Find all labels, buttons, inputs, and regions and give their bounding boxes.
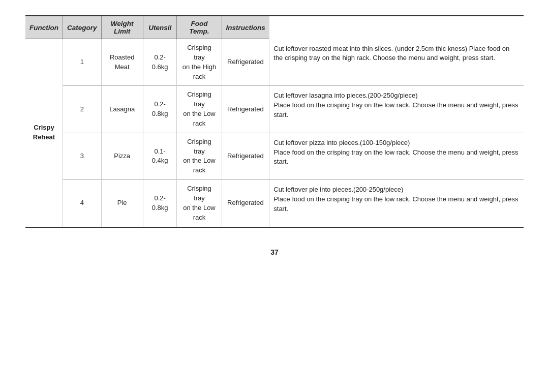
table-row: 3 Pizza 0.1-0.4kg Crisping trayon the Lo… bbox=[25, 133, 524, 179]
cell-weight-3: 0.1-0.4kg bbox=[143, 133, 177, 179]
cell-number-4: 4 bbox=[63, 180, 102, 227]
cell-category-1: Roasted Meat bbox=[101, 39, 143, 86]
header-instructions: Instructions bbox=[222, 16, 269, 39]
table-header-row: Function Category Weight Limit Utensil F… bbox=[25, 16, 524, 39]
cell-utensil-2: Crisping trayon the Low rack bbox=[177, 86, 222, 133]
cell-weight-2: 0.2-0.8kg bbox=[143, 86, 177, 133]
cell-category-2: Lasagna bbox=[101, 86, 143, 133]
cell-instructions-4: Cut leftover pie into pieces.(200-250g/p… bbox=[269, 180, 524, 227]
cell-utensil-3: Crisping trayon the Low rack bbox=[177, 133, 222, 179]
cell-weight-4: 0.2-0.8kg bbox=[143, 180, 177, 227]
cell-category-3: Pizza bbox=[101, 133, 143, 179]
cooking-guide-table: Function Category Weight Limit Utensil F… bbox=[25, 15, 524, 228]
cell-foodtemp-1: Refrigerated bbox=[222, 39, 269, 86]
cell-instructions-1: Cut leftover roasted meat into thin slic… bbox=[269, 39, 524, 86]
cell-instructions-2: Cut leftover lasagna into pieces.(200-25… bbox=[269, 86, 524, 133]
cell-weight-1: 0.2-0.6kg bbox=[143, 39, 177, 86]
cell-foodtemp-2: Refrigerated bbox=[222, 86, 269, 133]
cell-number-3: 3 bbox=[63, 133, 102, 179]
cell-category-4: Pie bbox=[101, 180, 143, 227]
page-number: 37 bbox=[270, 248, 279, 256]
cell-utensil-1: Crisping trayon the High rack bbox=[177, 39, 222, 86]
cell-function: CrispyReheat bbox=[25, 39, 63, 227]
header-food-temp: Food Temp. bbox=[177, 16, 222, 39]
cell-foodtemp-3: Refrigerated bbox=[222, 133, 269, 179]
cell-number-1: 1 bbox=[63, 39, 102, 86]
header-function: Function bbox=[25, 16, 63, 39]
header-category: Category bbox=[63, 16, 102, 39]
header-utensil: Utensil bbox=[143, 16, 177, 39]
cell-utensil-4: Crisping trayon the Low rack bbox=[177, 180, 222, 227]
cell-number-2: 2 bbox=[63, 86, 102, 133]
table-row: CrispyReheat 1 Roasted Meat 0.2-0.6kg Cr… bbox=[25, 39, 524, 86]
table-row: 4 Pie 0.2-0.8kg Crisping trayon the Low … bbox=[25, 180, 524, 227]
header-weight-limit: Weight Limit bbox=[101, 16, 143, 39]
cell-instructions-3: Cut leftover pizza into pieces.(100-150g… bbox=[269, 133, 524, 179]
table-row: 2 Lasagna 0.2-0.8kg Crisping trayon the … bbox=[25, 86, 524, 133]
cell-foodtemp-4: Refrigerated bbox=[222, 180, 269, 227]
